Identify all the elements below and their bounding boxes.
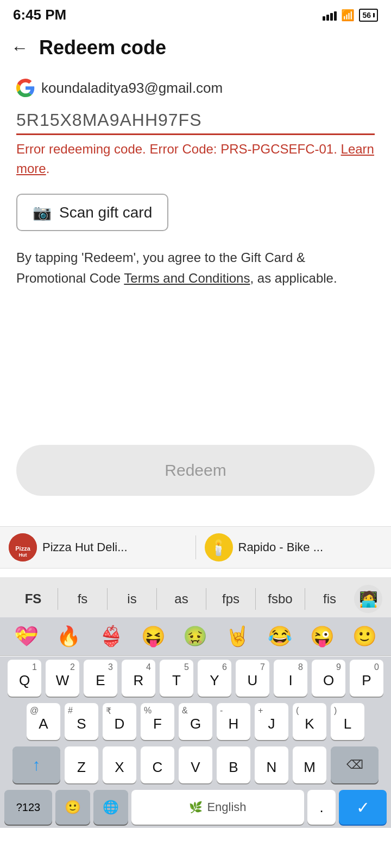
key-O[interactable]: 9 O — [312, 660, 345, 697]
key-F[interactable]: % F — [141, 703, 174, 740]
pizza-hut-icon: Pizza Hut — [9, 533, 37, 561]
autocomplete-fis[interactable]: fis — [305, 588, 354, 610]
period-button[interactable]: . — [307, 790, 336, 825]
autocomplete-as[interactable]: as — [157, 588, 206, 610]
key-D[interactable]: ₹ D — [103, 703, 136, 740]
emoji-button[interactable]: 🙂 — [55, 790, 90, 825]
camera-icon: 📷 — [33, 203, 52, 221]
leaf-icon: 🌿 — [189, 801, 203, 814]
key-V[interactable]: V — [179, 746, 212, 783]
key-J[interactable]: + J — [255, 703, 288, 740]
key-L[interactable]: ) L — [331, 703, 364, 740]
keyboard-row-4: ?123 🙂 🌐 🌿 English . ✓ — [0, 787, 391, 828]
rapido-label: Rapido - Bike ... — [238, 540, 324, 554]
redeem-section: Redeem — [0, 445, 391, 496]
autocomplete-emoji[interactable]: 🧑‍💻 — [354, 585, 382, 613]
delete-icon: ⌫ — [346, 758, 363, 772]
key-R[interactable]: 4 R — [122, 660, 155, 697]
emoji-keyboard-icon: 🙂 — [65, 800, 81, 815]
emoji-smile[interactable]: 🙂 — [352, 625, 377, 648]
status-time: 6:45 PM — [13, 7, 66, 23]
app-suggestions-bar: Pizza Hut Pizza Hut Deli... 🕯️ Rapido - … — [0, 526, 391, 569]
page-title: Redeem code — [39, 36, 166, 59]
emoji-avatar-icon: 🧑‍💻 — [359, 590, 378, 608]
wifi-icon: 📶 — [341, 9, 355, 22]
keyboard-row-1: 1 Q 2 W 3 E 4 R 5 T 6 Y 7 U 8 I — [0, 656, 391, 700]
rapido-icon: 🕯️ — [205, 533, 233, 561]
key-P[interactable]: 0 P — [350, 660, 383, 697]
globe-button[interactable]: 🌐 — [93, 790, 128, 825]
keyboard-row-3: ↑ Z X C V B N M ⌫ — [0, 743, 391, 787]
error-message: Error redeeming code. Error Code: PRS-PG… — [16, 139, 375, 178]
key-G[interactable]: & G — [179, 703, 212, 740]
key-W[interactable]: 2 W — [46, 660, 79, 697]
pizza-hut-label: Pizza Hut Deli... — [42, 540, 128, 554]
code-input[interactable] — [16, 110, 375, 135]
emoji-wink[interactable]: 😜 — [310, 625, 335, 648]
key-Z[interactable]: Z — [65, 746, 98, 783]
delete-button[interactable]: ⌫ — [331, 746, 379, 783]
key-Y[interactable]: 6 Y — [198, 660, 231, 697]
key-T[interactable]: 5 T — [160, 660, 193, 697]
key-C[interactable]: C — [141, 746, 174, 783]
app-divider — [195, 535, 196, 559]
key-B[interactable]: B — [217, 746, 250, 783]
numbers-toggle-label: ?123 — [16, 801, 41, 814]
battery-icon: 56 — [359, 9, 378, 22]
emoji-row: 💝 🔥 👙 😝 🤢 🤘 😂 😜 🙂 — [0, 617, 391, 656]
key-X[interactable]: X — [103, 746, 136, 783]
app-suggestion-rapido[interactable]: 🕯️ Rapido - Bike ... — [205, 533, 383, 561]
numbers-toggle-button[interactable]: ?123 — [4, 790, 52, 825]
key-K[interactable]: ( K — [293, 703, 326, 740]
code-input-wrapper[interactable] — [16, 110, 375, 135]
google-icon — [16, 79, 35, 97]
key-N[interactable]: N — [255, 746, 288, 783]
keyboard-row-2: @ A # S ₹ D % F & G - H + J ( K — [0, 700, 391, 743]
space-label: English — [207, 800, 246, 814]
emoji-tongue[interactable]: 😝 — [141, 625, 166, 648]
emoji-bikini[interactable]: 👙 — [99, 625, 123, 648]
emoji-fire[interactable]: 🔥 — [56, 625, 81, 648]
scan-gift-card-button[interactable]: 📷 Scan gift card — [16, 194, 168, 231]
status-bar: 6:45 PM 📶 56 — [0, 0, 391, 28]
emoji-laugh[interactable]: 😂 — [268, 625, 292, 648]
key-M[interactable]: M — [293, 746, 326, 783]
period-label: . — [319, 799, 323, 816]
autocomplete-is[interactable]: is — [108, 588, 157, 610]
account-row: koundaladitya93@gmail.com — [16, 79, 375, 97]
key-E[interactable]: 3 E — [84, 660, 117, 697]
back-button[interactable]: ← — [11, 39, 28, 56]
status-icons: 📶 56 — [323, 9, 378, 22]
enter-button[interactable]: ✓ — [339, 790, 387, 825]
emoji-horns[interactable]: 🤘 — [225, 625, 250, 648]
autocomplete-fps[interactable]: fps — [206, 588, 256, 610]
account-email: koundaladitya93@gmail.com — [41, 80, 223, 97]
key-I[interactable]: 8 I — [274, 660, 307, 697]
terms-text: By tapping 'Redeem', you agree to the Gi… — [16, 247, 375, 289]
main-content: koundaladitya93@gmail.com Error redeemin… — [0, 68, 391, 289]
autocomplete-fs2[interactable]: fs — [58, 588, 108, 610]
svg-text:Pizza: Pizza — [15, 545, 30, 552]
signal-bars-icon — [323, 10, 337, 21]
shift-button[interactable]: ↑ — [12, 746, 60, 783]
key-A[interactable]: @ A — [27, 703, 60, 740]
redeem-button[interactable]: Redeem — [16, 445, 375, 496]
terms-link[interactable]: Terms and Conditions — [124, 271, 250, 285]
emoji-heart[interactable]: 💝 — [14, 625, 39, 648]
checkmark-icon: ✓ — [356, 798, 370, 817]
keyboard: 1 Q 2 W 3 E 4 R 5 T 6 Y 7 U 8 I — [0, 656, 391, 828]
shift-icon: ↑ — [33, 756, 41, 774]
emoji-sick[interactable]: 🤢 — [183, 625, 207, 648]
autocomplete-fs[interactable]: FS — [9, 588, 58, 610]
key-S[interactable]: # S — [65, 703, 98, 740]
key-Q[interactable]: 1 Q — [8, 660, 41, 697]
key-H[interactable]: - H — [217, 703, 250, 740]
autocomplete-fsbo[interactable]: fsbo — [256, 588, 305, 610]
globe-icon: 🌐 — [103, 800, 119, 815]
app-suggestion-pizza[interactable]: Pizza Hut Pizza Hut Deli... — [9, 533, 187, 561]
svg-text:Hut: Hut — [19, 552, 27, 558]
key-U[interactable]: 7 U — [236, 660, 269, 697]
space-button[interactable]: 🌿 English — [131, 790, 304, 825]
autocomplete-items: FS fs is as fps fsbo fis — [9, 588, 354, 610]
autocomplete-bar: FS fs is as fps fsbo fis 🧑‍💻 — [0, 577, 391, 621]
